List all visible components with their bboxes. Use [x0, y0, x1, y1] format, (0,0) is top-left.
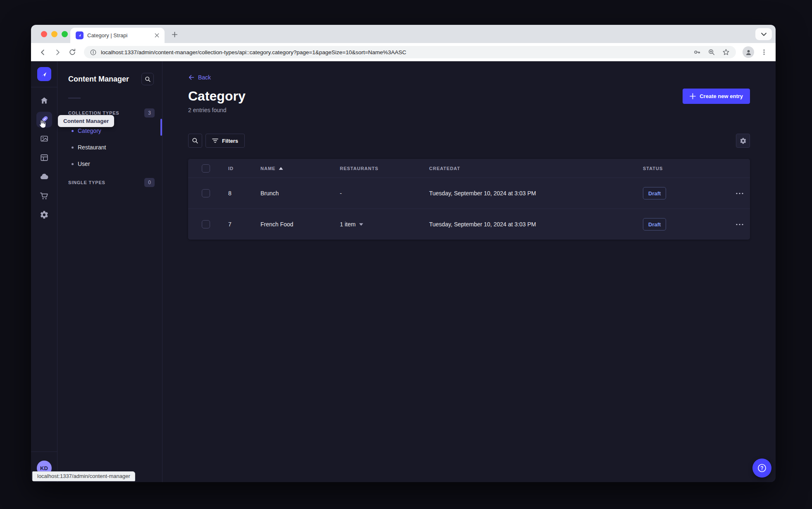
nav-tooltip: Content Manager [58, 115, 114, 127]
close-window-button[interactable] [41, 31, 47, 37]
cell-id: 8 [228, 190, 260, 197]
browser-toolbar: localhost:1337/admin/content-manager/col… [31, 43, 776, 61]
back-button[interactable] [36, 46, 49, 59]
main-nav-rail: KD [31, 61, 57, 482]
subnav-item-restaurant[interactable]: Restaurant [57, 139, 162, 156]
browser-menu-kebab-icon[interactable] [757, 46, 771, 59]
maximize-window-button[interactable] [62, 31, 68, 37]
nav-divider [31, 87, 57, 87]
page-info-icon[interactable] [90, 49, 96, 55]
strapi-favicon-icon [76, 31, 84, 39]
browser-tab-strip: Category | Strapi [31, 25, 776, 43]
subnav-title: Content Manager [68, 75, 129, 84]
forward-button[interactable] [51, 46, 64, 59]
sort-ascending-icon [279, 167, 283, 170]
sidebar-item-content-type-builder-icon[interactable] [36, 148, 53, 167]
cell-restaurants: - [340, 190, 429, 197]
entries-table: ID NAME RESTAURANTS CREATEDAT STATUS 8 B… [188, 159, 750, 240]
filters-button[interactable]: Filters [205, 134, 245, 148]
tab-search-chevron-button[interactable] [755, 28, 772, 40]
cell-name: Brunch [260, 190, 340, 197]
sidebar-item-marketplace-cart-icon[interactable] [36, 186, 53, 205]
column-header-status[interactable]: STATUS [643, 166, 726, 171]
view-settings-button[interactable] [736, 134, 750, 148]
subnav-divider [68, 98, 81, 98]
gear-icon [740, 137, 747, 144]
sidebar-item-media-library-icon[interactable] [36, 129, 53, 148]
table-row[interactable]: 8 Brunch - Tuesday, September 10, 2024 a… [188, 178, 750, 209]
traffic-lights [41, 31, 68, 37]
subnav-item-label: Restaurant [78, 144, 106, 151]
status-badge: Draft [643, 187, 666, 199]
row-checkbox[interactable] [202, 189, 210, 197]
sidebar-item-cloud-icon[interactable] [36, 167, 53, 186]
question-mark-icon [757, 463, 767, 473]
url-text[interactable]: localhost:1337/admin/content-manager/col… [101, 49, 689, 55]
column-header-name[interactable]: NAME [260, 166, 340, 171]
tab-close-icon[interactable] [153, 32, 160, 39]
plus-icon [690, 93, 696, 99]
page-title: Category [188, 88, 246, 104]
password-key-icon[interactable] [693, 48, 701, 56]
back-link[interactable]: Back [188, 74, 211, 81]
single-types-count-badge: 0 [144, 178, 155, 187]
cell-createdat: Tuesday, September 10, 2024 at 3:03 PM [429, 190, 643, 197]
chevron-down-icon [359, 223, 363, 226]
table-header-row: ID NAME RESTAURANTS CREATEDAT STATUS [188, 159, 750, 178]
table-row[interactable]: 7 French Food 1 item Tuesday, September … [188, 209, 750, 240]
back-arrow-icon [188, 74, 195, 81]
bookmark-star-icon[interactable] [722, 48, 730, 56]
address-bar[interactable]: localhost:1337/admin/content-manager/col… [84, 46, 736, 58]
link-status-bar: localhost:1337/admin/content-manager [32, 471, 135, 481]
back-label: Back [198, 74, 211, 81]
column-header-createdat[interactable]: CREATEDAT [429, 166, 643, 171]
sidebar-item-settings-gear-icon[interactable] [36, 205, 53, 224]
browser-window: Category | Strapi localhost:1337/admin/c… [31, 25, 776, 482]
sidebar-item-home-icon[interactable] [36, 91, 53, 110]
search-icon [192, 137, 198, 144]
create-new-entry-button[interactable]: Create new entry [683, 89, 750, 104]
entries-count-text: 2 entries found [188, 106, 750, 114]
browser-profile-icon[interactable] [743, 46, 754, 58]
strapi-app: KD Content Manager COLLECTION TYPES 3 Ca… [31, 61, 776, 482]
single-types-label: SINGLE TYPES [68, 180, 105, 185]
column-header-id[interactable]: ID [228, 166, 260, 171]
subnav-item-label: Category [78, 127, 101, 134]
status-badge: Draft [643, 218, 666, 230]
cell-name: French Food [260, 221, 340, 228]
main-content: Back Category Create new entry 2 entries… [162, 61, 776, 482]
new-tab-button[interactable] [169, 29, 180, 40]
tab-title: Category | Strapi [87, 32, 149, 38]
sidebar-item-content-manager-icon[interactable] [36, 110, 53, 129]
row-actions-button[interactable] [733, 218, 746, 231]
cell-restaurants-relation[interactable]: 1 item [340, 221, 429, 228]
reload-button[interactable] [66, 46, 79, 59]
column-header-restaurants[interactable]: RESTAURANTS [340, 166, 429, 171]
strapi-logo[interactable] [37, 67, 51, 81]
zoom-magnifier-icon[interactable] [708, 48, 715, 56]
subnav-item-user[interactable]: User [57, 156, 162, 172]
subnav-search-button[interactable] [141, 73, 154, 85]
bullet-icon [72, 163, 74, 165]
row-actions-button[interactable] [733, 187, 746, 200]
collection-types-count-badge: 3 [144, 108, 155, 118]
select-all-checkbox[interactable] [202, 164, 210, 173]
cell-id: 7 [228, 221, 260, 228]
minimize-window-button[interactable] [51, 31, 57, 37]
row-checkbox[interactable] [202, 220, 210, 228]
help-button[interactable] [752, 459, 771, 478]
browser-tab[interactable]: Category | Strapi [70, 28, 165, 43]
nav-divider [31, 451, 57, 452]
bullet-icon [72, 130, 74, 132]
subnav-item-label: User [78, 161, 90, 167]
filter-icon [212, 138, 218, 143]
table-search-button[interactable] [188, 134, 202, 148]
bullet-icon [72, 146, 74, 149]
cell-createdat: Tuesday, September 10, 2024 at 3:03 PM [429, 221, 643, 228]
subnav-scrollbar-thumb[interactable] [160, 119, 162, 136]
